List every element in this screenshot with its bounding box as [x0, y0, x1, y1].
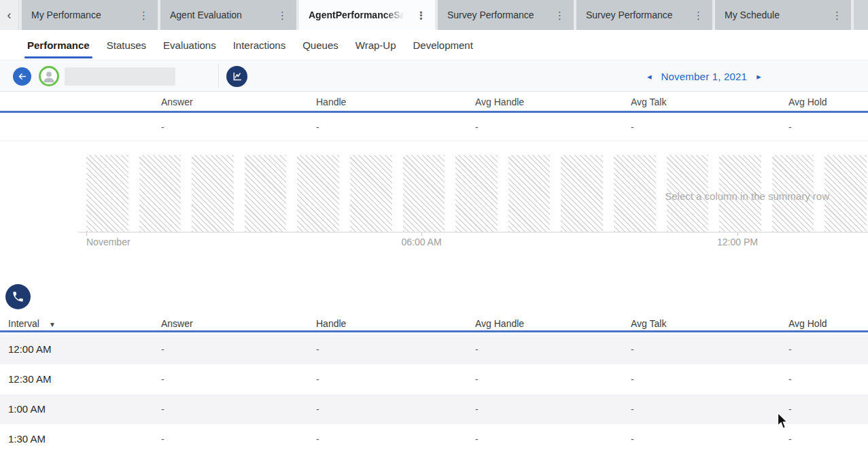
x-axis-label-6am: 06:00 AM: [401, 237, 441, 247]
browser-tab-survey-performance-2[interactable]: Survey Performance ⋮: [576, 0, 712, 30]
summary-value: -: [788, 122, 792, 133]
tab-queues[interactable]: Queues: [302, 30, 338, 60]
tab-scroll-left-button[interactable]: ‹: [0, 0, 19, 30]
interval-chart-placeholder: Select a column in the summary row Novem…: [0, 155, 868, 250]
voice-media-button[interactable]: [5, 284, 31, 309]
line-chart-icon: [231, 71, 243, 82]
browser-tab-my-performance[interactable]: My Performance ⋮: [22, 0, 158, 30]
arrow-left-icon: [17, 71, 27, 82]
sort-caret-icon[interactable]: ▼: [49, 321, 56, 328]
back-button[interactable]: [13, 67, 31, 86]
tab-interactions[interactable]: Interactions: [233, 30, 286, 60]
summary-col-avg-handle[interactable]: Avg Handle: [475, 97, 524, 107]
agent-avatar[interactable]: [39, 66, 59, 86]
interval-col-answer[interactable]: Answer: [161, 318, 193, 329]
chevron-left-icon: ‹: [7, 8, 12, 22]
summary-col-avg-hold[interactable]: Avg Hold: [788, 97, 827, 107]
x-axis-label-12pm: 12:00 PM: [717, 237, 758, 247]
tab-wrap-up[interactable]: Wrap-Up: [355, 30, 396, 60]
x-axis-line: [78, 232, 868, 232]
interval-cell: 1:30 AM: [8, 433, 46, 445]
table-row[interactable]: 12:30 AM - - - - -: [0, 364, 868, 394]
browser-tab-strip: ‹ My Performance ⋮ Agent Evaluation ⋮ Ag…: [0, 0, 868, 30]
summary-values-row: - - - - -: [0, 115, 868, 141]
browser-tab-agent-evaluation[interactable]: Agent Evaluation ⋮: [160, 0, 296, 30]
kebab-menu-icon[interactable]: ⋮: [138, 9, 150, 22]
tab-label: AgentPerformanceSa: [309, 10, 405, 20]
kebab-menu-icon[interactable]: ⋮: [693, 9, 704, 22]
kebab-menu-icon[interactable]: ⋮: [554, 9, 566, 22]
performance-chart-button[interactable]: [226, 66, 247, 87]
interval-col-interval[interactable]: Interval▼: [8, 318, 56, 329]
summary-value: -: [316, 122, 319, 133]
tab-performance[interactable]: Performance: [27, 30, 90, 60]
tab-label: My Performance: [31, 10, 101, 20]
previous-day-icon[interactable]: ◂: [647, 72, 652, 81]
tab-label: Survey Performance: [447, 10, 534, 20]
chart-empty-message: Select a column in the summary row: [665, 190, 829, 202]
interval-col-handle[interactable]: Handle: [316, 318, 346, 329]
browser-tab-partial[interactable]: [854, 0, 868, 30]
tab-evaluations[interactable]: Evaluations: [163, 30, 216, 60]
tab-label: Agent Evaluation: [170, 10, 242, 20]
table-row[interactable]: 12:00 AM - - - - -: [0, 334, 868, 364]
summary-col-answer[interactable]: Answer: [161, 97, 193, 107]
tab-label: My Schedule: [725, 10, 780, 20]
section-nav: Performance Statuses Evaluations Interac…: [0, 30, 868, 60]
tab-statuses[interactable]: Statuses: [107, 30, 146, 60]
interval-header-row: Interval▼ Answer Handle Avg Handle Avg T…: [0, 313, 868, 332]
kebab-menu-icon[interactable]: ⋮: [415, 9, 427, 22]
summary-value: -: [475, 122, 479, 133]
x-axis-label-november: November: [86, 237, 131, 247]
summary-col-avg-talk[interactable]: Avg Talk: [631, 97, 666, 107]
kebab-menu-icon[interactable]: ⋮: [277, 9, 288, 22]
tab-label: Survey Performance: [586, 10, 673, 20]
next-day-icon[interactable]: ▸: [757, 72, 761, 81]
browser-tab-agent-performance-active[interactable]: AgentPerformanceSa ⋮: [299, 0, 435, 30]
table-row[interactable]: 1:00 AM - - - - -: [0, 394, 868, 424]
axis-tick: [737, 232, 738, 236]
redacted-agent-name: [65, 67, 175, 86]
phone-icon: [12, 290, 24, 303]
agent-toolbar: ◂ November 1, 2021 ▸: [0, 61, 868, 92]
interval-cell: 12:30 AM: [8, 373, 51, 385]
interval-table-body: 12:00 AM - - - - - 12:30 AM - - - - - 1:…: [0, 334, 868, 450]
summary-col-handle[interactable]: Handle: [316, 97, 346, 107]
browser-tab-my-schedule[interactable]: My Schedule ⋮: [715, 0, 851, 30]
summary-value: -: [161, 122, 164, 133]
axis-tick: [86, 232, 87, 236]
summary-value: -: [631, 122, 634, 133]
summary-header-row: Answer Handle Avg Handle Avg Talk Avg Ho…: [0, 92, 868, 113]
toolbar-divider: [218, 64, 219, 88]
date-label[interactable]: November 1, 2021: [661, 71, 748, 82]
interval-col-avg-talk[interactable]: Avg Talk: [631, 318, 666, 329]
interval-cell: 12:00 AM: [8, 343, 51, 355]
browser-tab-survey-performance-1[interactable]: Survey Performance ⋮: [438, 0, 574, 30]
interval-col-avg-handle[interactable]: Avg Handle: [475, 318, 524, 329]
date-navigator: ◂ November 1, 2021 ▸: [647, 61, 761, 92]
axis-tick: [421, 232, 422, 236]
interval-cell: 1:00 AM: [8, 403, 46, 415]
interval-col-avg-hold[interactable]: Avg Hold: [788, 318, 827, 329]
tab-development[interactable]: Development: [413, 30, 473, 60]
kebab-menu-icon[interactable]: ⋮: [831, 9, 843, 22]
person-icon: [41, 69, 56, 84]
table-row[interactable]: 1:30 AM - - - - -: [0, 424, 868, 450]
